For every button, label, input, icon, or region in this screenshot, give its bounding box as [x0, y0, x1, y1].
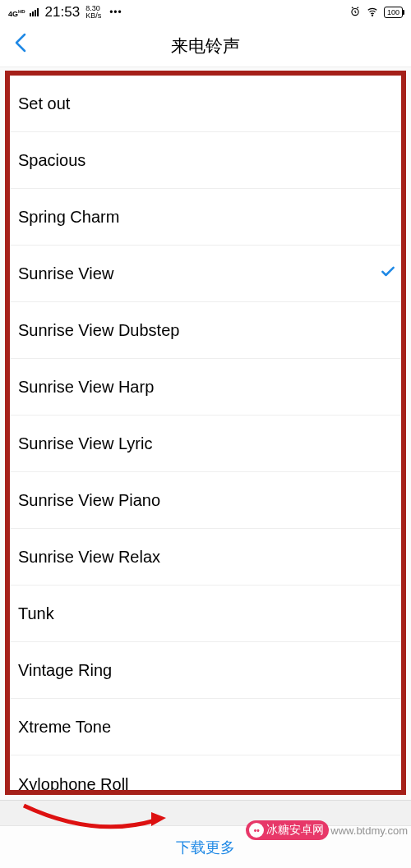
- ringtone-label: Xylophone Roll: [18, 775, 396, 794]
- alarm-icon: [349, 6, 361, 20]
- ringtone-label: Sunrise View Dubstep: [18, 321, 396, 340]
- status-bar: 4GHD 21:53 8.30KB/s ••• 100: [0, 0, 411, 25]
- svg-point-1: [372, 15, 372, 16]
- list-item[interactable]: Spring Charm: [10, 189, 401, 246]
- watermark: •• 冰糖安卓网 www.btdmy.com: [246, 820, 411, 840]
- list-item[interactable]: Spacious: [10, 132, 401, 189]
- signal-icon: 4GHD: [8, 6, 39, 19]
- ringtone-label: Sunrise View: [18, 264, 380, 283]
- ringtone-label: Sunrise View Lyric: [18, 434, 396, 453]
- status-right: 100: [349, 6, 403, 20]
- list-item[interactable]: Sunrise View Lyric: [10, 416, 401, 472]
- watermark-badge: •• 冰糖安卓网: [246, 820, 329, 840]
- wifi-icon: [366, 6, 379, 20]
- ringtone-label: Sunrise View Relax: [18, 548, 396, 567]
- battery-icon: 100: [384, 7, 403, 18]
- checkmark-icon: [380, 263, 396, 284]
- ringtone-label: Xtreme Tone: [18, 718, 396, 737]
- list-item[interactable]: Set out: [10, 76, 401, 132]
- ringtone-list: Set out Spacious Spring Charm Sunrise Vi…: [5, 71, 406, 795]
- ringtone-label: Vintage Ring: [18, 661, 396, 680]
- ringtone-label: Sunrise View Harp: [18, 378, 396, 397]
- clock: 21:53: [45, 4, 81, 21]
- list-item[interactable]: Tunk: [10, 586, 401, 642]
- watermark-url: www.btdmy.com: [330, 824, 408, 837]
- page-title: 来电铃声: [0, 34, 411, 57]
- list-item[interactable]: Sunrise View Relax: [10, 529, 401, 586]
- list-item[interactable]: Vintage Ring: [10, 642, 401, 699]
- ringtone-label: Sunrise View Piano: [18, 491, 396, 510]
- status-left: 4GHD 21:53 8.30KB/s •••: [8, 4, 122, 21]
- ringtone-label: Spacious: [18, 151, 396, 170]
- list-item[interactable]: Sunrise View Dubstep: [10, 302, 401, 359]
- list-item[interactable]: Sunrise View: [10, 246, 401, 302]
- list-item[interactable]: Sunrise View Harp: [10, 359, 401, 416]
- ringtone-label: Tunk: [18, 604, 396, 623]
- net-speed: 8.30KB/s: [85, 5, 101, 20]
- list-item[interactable]: Xylophone Roll: [10, 755, 401, 795]
- navbar: 来电铃声: [0, 25, 411, 67]
- ringtone-label: Set out: [18, 94, 396, 113]
- back-button[interactable]: [0, 31, 41, 60]
- more-dots-icon: •••: [109, 7, 122, 18]
- list-item[interactable]: Sunrise View Piano: [10, 472, 401, 529]
- watermark-brand: 冰糖安卓网: [266, 823, 324, 838]
- list-item[interactable]: Xtreme Tone: [10, 699, 401, 755]
- ringtone-label: Spring Charm: [18, 208, 396, 227]
